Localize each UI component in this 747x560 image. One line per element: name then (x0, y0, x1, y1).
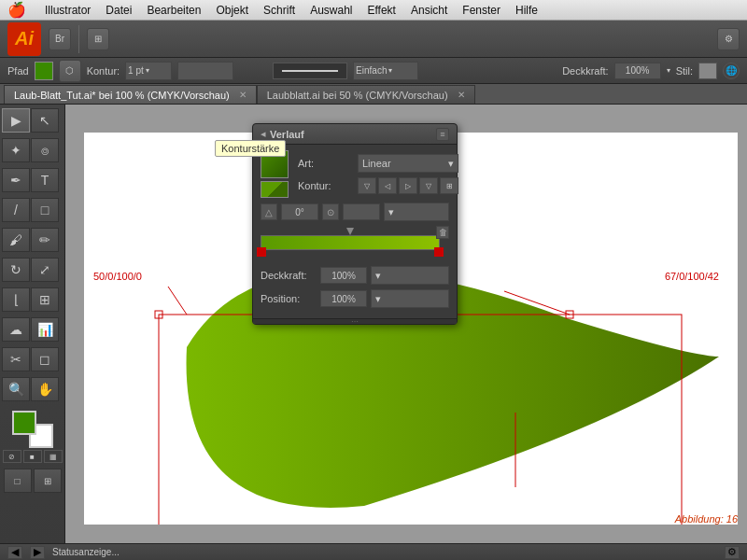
rotate-tools: ↻ ⤢ (2, 258, 63, 282)
stroke-color-box[interactable] (35, 62, 53, 80)
kontur-btn-4[interactable]: ▽ (419, 177, 438, 194)
midpoint-row (261, 226, 440, 235)
scale-tool[interactable]: ⤢ (31, 258, 59, 282)
menu-effekt[interactable]: Effekt (367, 4, 395, 17)
pen-tool[interactable]: ✒ (2, 168, 30, 192)
stroke-style-dropdown[interactable]: Einfach▾ (353, 62, 418, 80)
zoom-tool[interactable]: 🔍 (2, 377, 30, 401)
art-value: Linear (362, 158, 391, 169)
chart-tool[interactable]: 📊 (31, 317, 59, 342)
angle-icon: △ (261, 203, 277, 220)
gradient-stop-right[interactable] (434, 247, 444, 257)
globe-icon[interactable]: 🌐 (723, 63, 740, 79)
color-swatches: ⊘ ■ ▦ (2, 411, 63, 463)
position-input[interactable]: 100% (320, 290, 367, 307)
type-tool[interactable]: T (31, 168, 59, 192)
kontur-btns: ▽ ◁ ▷ ▽ ⊞ (358, 177, 458, 194)
color-mode-buttons: ⊘ ■ ▦ (3, 450, 63, 463)
kontur-btn-1[interactable]: ▽ (358, 177, 376, 194)
style-label: Stil: (676, 65, 693, 77)
position-label: Position: (261, 293, 317, 304)
panel-menu-btn[interactable]: ≡ (436, 128, 449, 141)
gradient-stop-left[interactable] (257, 247, 266, 257)
svg-line-4 (168, 287, 187, 315)
menu-auswahl[interactable]: Auswahl (310, 4, 352, 17)
art-dropdown[interactable]: Linear ▾ (358, 154, 458, 173)
opacity-value[interactable]: 100% (614, 63, 661, 79)
symbol-tool[interactable]: ☁ (2, 317, 30, 342)
transform-tools: ✦ ⌾ (2, 138, 63, 162)
menu-bearbeiten[interactable]: Bearbeiten (147, 4, 201, 17)
tab-1[interactable]: Laub-Blatt_Tut.ai* bei 100 % (CMYK/Vorsc… (4, 85, 257, 104)
menu-fenster[interactable]: Fenster (462, 4, 500, 17)
normal-screen-btn[interactable]: □ (4, 469, 32, 493)
path-label: Pfad (7, 65, 29, 77)
kontur-btn-5[interactable]: ⊞ (440, 177, 458, 194)
menu-schrift[interactable]: Schrift (263, 4, 295, 17)
color-mode-btn[interactable]: ■ (23, 450, 42, 463)
tab-2-label: Laubblatt.ai bei 50 % (CMYK/Vorschau) (267, 90, 448, 101)
gradient-mode-btn[interactable]: ▦ (44, 450, 63, 463)
menu-hilfe[interactable]: Hilfe (515, 4, 538, 17)
gradient-delete-btn[interactable]: 🗑 (436, 226, 449, 239)
gradient-bar[interactable] (261, 235, 440, 250)
angle-input[interactable]: 0° (281, 203, 318, 220)
shape-tool[interactable]: □ (31, 198, 59, 222)
lasso-tool[interactable]: ⌾ (31, 138, 59, 162)
status-forward-btn[interactable]: ▶ (30, 546, 45, 559)
menu-ansicht[interactable]: Ansicht (411, 4, 447, 17)
panel-collapse-arrow[interactable]: ◂ (261, 128, 266, 140)
workspace-btn[interactable]: ⚙ (717, 28, 740, 50)
gradient-preview-row: Art: Linear ▾ Kontur: ▽ ◁ (261, 150, 449, 198)
warp-tool[interactable]: ⌊ (2, 287, 30, 312)
opacity-input[interactable]: 100% (320, 267, 367, 284)
opacity-arrow[interactable]: ▾ (667, 66, 670, 75)
gradient-panel-title: Verlauf (270, 129, 433, 140)
line-tool[interactable]: / (2, 198, 30, 222)
screen-mode-buttons: □ ⊞ (2, 469, 63, 493)
select-tool[interactable]: ▶ (2, 108, 30, 133)
tab-2-close[interactable]: ✕ (458, 90, 465, 100)
ar-input[interactable] (343, 203, 380, 220)
tab-1-close[interactable]: ✕ (239, 90, 247, 100)
gradient-bar-row: 🗑 (261, 235, 449, 250)
style-preview[interactable] (698, 63, 717, 79)
panel-resize-handle[interactable]: ⋯ (253, 318, 457, 324)
foreground-color-swatch[interactable] (12, 411, 36, 435)
slice-tools: ✂ ◻ (2, 347, 63, 371)
kontur-btn-3[interactable]: ▷ (399, 177, 417, 194)
slice-tool[interactable]: ✂ (2, 347, 30, 371)
menu-objekt[interactable]: Objekt (216, 4, 248, 17)
gradient-slider-controls (261, 226, 449, 235)
status-back-btn[interactable]: ◀ (7, 546, 22, 559)
menu-datei[interactable]: Datei (106, 4, 132, 17)
eraser-tool[interactable]: ◻ (31, 347, 59, 371)
annotation-left-color: 50/0/100/0 (93, 271, 142, 282)
rotate-tool[interactable]: ↻ (2, 258, 30, 282)
magic-wand-tool[interactable]: ✦ (2, 138, 30, 162)
fill-none-btn[interactable]: ⊘ (3, 450, 21, 463)
bridge-btn[interactable]: Br (49, 28, 71, 50)
status-settings-btn[interactable]: ⚙ (725, 546, 740, 559)
tab-2[interactable]: Laubblatt.ai bei 50 % (CMYK/Vorschau) ✕ (257, 85, 475, 104)
direct-select-tool[interactable]: ↖ (31, 108, 59, 133)
ar-icon: ⊙ (322, 203, 339, 220)
arrange-btn[interactable]: ⊞ (87, 28, 109, 50)
paintbrush-tool[interactable]: 🖌 (2, 228, 30, 252)
midpoint-marker[interactable] (346, 228, 354, 235)
stroke-mode-btn[interactable]: ⬡ (59, 60, 81, 82)
fullscreen-btn[interactable]: ⊞ (34, 469, 62, 493)
app-toolbar: Ai Br ⊞ ⚙ (0, 21, 747, 58)
menu-illustrator[interactable]: Illustrator (45, 4, 91, 17)
stroke-width-dropdown[interactable]: 1 pt▾ (125, 62, 172, 80)
stroke-style-input[interactable] (177, 62, 233, 80)
position-dropdown[interactable]: ▾ (371, 289, 449, 308)
ar-dropdown[interactable]: ▾ (384, 203, 449, 221)
hand-tool[interactable]: ✋ (31, 377, 59, 401)
kontur-btn-2[interactable]: ◁ (378, 177, 397, 194)
apple-menu[interactable]: 🍎 (7, 1, 26, 19)
opacity-dropdown[interactable]: ▾ (371, 266, 449, 285)
gradient-type-preview[interactable] (261, 181, 289, 198)
pencil-tool[interactable]: ✏ (31, 228, 59, 252)
free-transform-tool[interactable]: ⊞ (31, 287, 59, 312)
